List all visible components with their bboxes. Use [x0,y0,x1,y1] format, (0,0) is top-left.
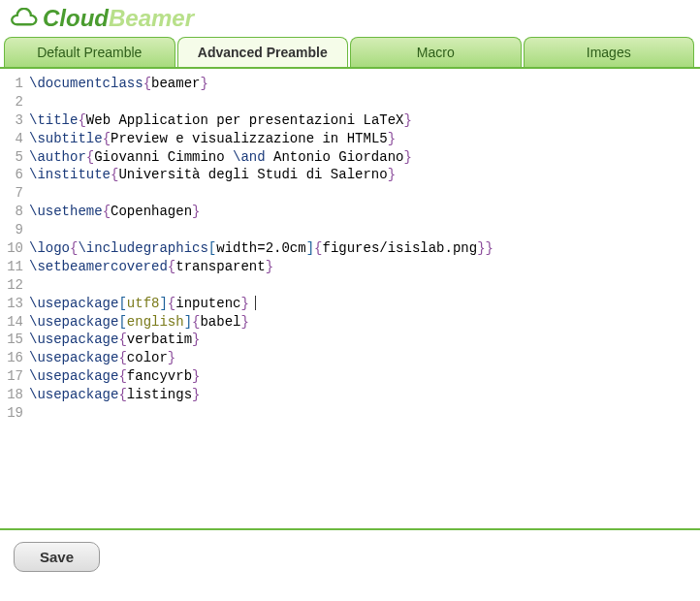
save-button[interactable]: Save [14,542,100,572]
code-line [29,276,700,295]
code-line [29,404,700,423]
code-line: \institute{Università degli Studi di Sal… [29,166,700,184]
code-line [29,221,700,239]
code-line [29,93,700,111]
tab-macro[interactable]: Macro [350,37,522,67]
code-area[interactable]: \documentclass{beamer} \title{Web Applic… [29,75,700,524]
code-line [29,184,700,203]
code-line: \usepackage{verbatim} [29,331,700,349]
code-line: \usepackage[english]{babel} [29,313,700,332]
code-line: \author{Giovanni Cimmino \and Antonio Gi… [29,148,700,167]
code-line: \title{Web Application per presentazioni… [29,111,700,130]
app-logo-text: CloudBeamer [43,5,194,32]
footer-bar: Save [0,530,700,584]
code-editor[interactable]: 12345678910111213141516171819 \documentc… [0,69,700,524]
code-line: \usepackage[utf8]{inputenc} [29,295,700,313]
code-line: \documentclass{beamer} [29,75,700,93]
line-gutter: 12345678910111213141516171819 [0,75,29,524]
code-line: \usepackage{color} [29,349,700,367]
app-header: CloudBeamer [0,0,700,37]
tab-images[interactable]: Images [524,37,695,67]
tab-advanced-preamble[interactable]: Advanced Preamble [177,37,349,67]
tab-bar: Default Preamble Advanced Preamble Macro… [0,37,700,69]
code-line: \usepackage{listings} [29,386,700,404]
code-line: \setbeamercovered{transparent} [29,258,700,276]
cloud-icon [8,8,39,29]
code-line: \usepackage{fancyvrb} [29,367,700,386]
code-line: \usetheme{Copenhagen} [29,203,700,221]
code-line: \logo{\includegraphics[width=2.0cm]{figu… [29,239,700,258]
code-line: \subtitle{Preview e visualizzazione in H… [29,130,700,148]
tab-default-preamble[interactable]: Default Preamble [4,37,175,67]
